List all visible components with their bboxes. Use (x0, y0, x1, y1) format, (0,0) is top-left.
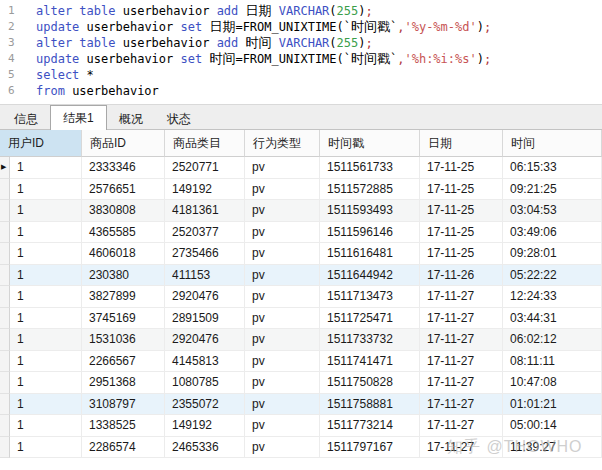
cell[interactable]: 17-11-25 (420, 179, 503, 201)
cell[interactable]: 3108797 (82, 394, 165, 416)
table-row[interactable]: 115310362920476pv151173373217-11-2706:02… (0, 329, 602, 351)
cell[interactable]: pv (245, 308, 320, 330)
cell[interactable]: 12:24:33 (503, 286, 602, 308)
cell[interactable]: 1 (10, 265, 82, 287)
row-gutter[interactable] (0, 243, 10, 265)
column-header[interactable]: 商品类目 (165, 130, 245, 157)
row-gutter[interactable] (0, 372, 10, 394)
cell[interactable]: 17-11-27 (420, 415, 503, 437)
cell[interactable]: 06:15:33 (503, 157, 602, 179)
cell[interactable]: 2286574 (82, 437, 165, 459)
cell[interactable]: 17-11-27 (420, 329, 503, 351)
cell[interactable]: 17-11-27 (420, 372, 503, 394)
row-gutter[interactable] (0, 329, 10, 351)
cell[interactable]: 2355072 (165, 394, 245, 416)
cell[interactable]: 1511593493 (320, 200, 420, 222)
cell[interactable]: 01:01:21 (503, 394, 602, 416)
table-row[interactable]: 122865742465336pv151179716717-11-2711:39… (0, 437, 602, 459)
column-header[interactable]: 行为类型 (245, 130, 320, 157)
cell[interactable]: pv (245, 179, 320, 201)
cell[interactable]: 2920476 (165, 329, 245, 351)
cell[interactable]: 17-11-25 (420, 200, 503, 222)
cell[interactable]: 1511572885 (320, 179, 420, 201)
cell[interactable]: 1 (10, 179, 82, 201)
cell[interactable]: 230380 (82, 265, 165, 287)
row-gutter[interactable] (0, 308, 10, 330)
column-header[interactable]: 商品ID (82, 130, 165, 157)
cell[interactable]: 17-11-25 (420, 157, 503, 179)
cell[interactable]: 05:00:14 (503, 415, 602, 437)
cell[interactable]: 1 (10, 243, 82, 265)
cell[interactable]: 09:28:01 (503, 243, 602, 265)
table-row[interactable]: 11338525149192pv151177321417-11-2705:00:… (0, 415, 602, 437)
cell[interactable]: 1511758881 (320, 394, 420, 416)
cell[interactable]: 2266567 (82, 351, 165, 373)
cell[interactable]: 17-11-27 (420, 286, 503, 308)
cell[interactable]: 2576651 (82, 179, 165, 201)
cell[interactable]: 1511750828 (320, 372, 420, 394)
cell[interactable]: 1511596146 (320, 222, 420, 244)
row-gutter[interactable] (0, 415, 10, 437)
table-row[interactable]: 12576651149192pv151157288517-11-2509:21:… (0, 179, 602, 201)
tab-info[interactable]: 信息 (2, 108, 50, 129)
table-row[interactable]: ▶123333462520771pv151156173317-11-2506:1… (0, 157, 602, 179)
table-row[interactable]: 138308084181361pv151159349317-11-2503:04… (0, 200, 602, 222)
cell[interactable]: 1511733732 (320, 329, 420, 351)
cell[interactable]: 17-11-27 (420, 351, 503, 373)
cell[interactable]: pv (245, 200, 320, 222)
cell[interactable]: 3830808 (82, 200, 165, 222)
table-row[interactable]: 138278992920476pv151171347317-11-2712:24… (0, 286, 602, 308)
tab-profile[interactable]: 概况 (107, 108, 155, 129)
cell[interactable]: 1080785 (165, 372, 245, 394)
cell[interactable]: pv (245, 157, 320, 179)
cell[interactable]: 1 (10, 222, 82, 244)
cell[interactable]: 1531036 (82, 329, 165, 351)
cell[interactable]: 4145813 (165, 351, 245, 373)
tab-result1[interactable]: 结果1 (50, 105, 107, 130)
row-gutter[interactable] (0, 394, 10, 416)
cell[interactable]: 411153 (165, 265, 245, 287)
cell[interactable]: 06:02:12 (503, 329, 602, 351)
column-header[interactable]: 时间戳 (320, 130, 420, 157)
cell[interactable]: 03:44:31 (503, 308, 602, 330)
cell[interactable]: 03:04:53 (503, 200, 602, 222)
cell[interactable]: 1511644942 (320, 265, 420, 287)
cell[interactable]: 2920476 (165, 286, 245, 308)
sql-editor[interactable]: 1alter table userbehavior add 日期 VARCHAR… (0, 0, 602, 104)
table-row[interactable]: 143655852520377pv151159614617-11-2503:49… (0, 222, 602, 244)
cell[interactable]: 11:39:27 (503, 437, 602, 459)
cell[interactable]: 1511561733 (320, 157, 420, 179)
cell[interactable]: 17-11-25 (420, 222, 503, 244)
cell[interactable]: 1 (10, 308, 82, 330)
table-row[interactable]: 146060182735466pv151161648117-11-2509:28… (0, 243, 602, 265)
cell[interactable]: 1511713473 (320, 286, 420, 308)
cell[interactable]: pv (245, 394, 320, 416)
cell[interactable]: 1 (10, 351, 82, 373)
cell[interactable]: 2520771 (165, 157, 245, 179)
table-row[interactable]: 129513681080785pv151175082817-11-2710:47… (0, 372, 602, 394)
cell[interactable]: 1511616481 (320, 243, 420, 265)
row-gutter[interactable] (0, 265, 10, 287)
cell[interactable]: 2735466 (165, 243, 245, 265)
cell[interactable]: 3827899 (82, 286, 165, 308)
cell[interactable]: 1511773214 (320, 415, 420, 437)
table-row[interactable]: 137451692891509pv151172547117-11-2703:44… (0, 308, 602, 330)
cell[interactable]: 1 (10, 286, 82, 308)
cell[interactable]: 08:11:11 (503, 351, 602, 373)
column-header[interactable]: 用户ID (0, 130, 82, 157)
row-gutter[interactable] (0, 200, 10, 222)
cell[interactable]: 1338525 (82, 415, 165, 437)
cell[interactable]: 17-11-27 (420, 308, 503, 330)
cell[interactable]: 2520377 (165, 222, 245, 244)
cell[interactable]: pv (245, 415, 320, 437)
cell[interactable]: 1 (10, 437, 82, 459)
cell[interactable]: 2951368 (82, 372, 165, 394)
row-gutter[interactable] (0, 222, 10, 244)
column-header[interactable]: 日期 (420, 130, 503, 157)
cell[interactable]: pv (245, 286, 320, 308)
cell[interactable]: 4181361 (165, 200, 245, 222)
table-row[interactable]: 122665674145813pv151174147117-11-2708:11… (0, 351, 602, 373)
cell[interactable]: 1 (10, 415, 82, 437)
cell[interactable]: 09:21:25 (503, 179, 602, 201)
cell[interactable]: 4606018 (82, 243, 165, 265)
